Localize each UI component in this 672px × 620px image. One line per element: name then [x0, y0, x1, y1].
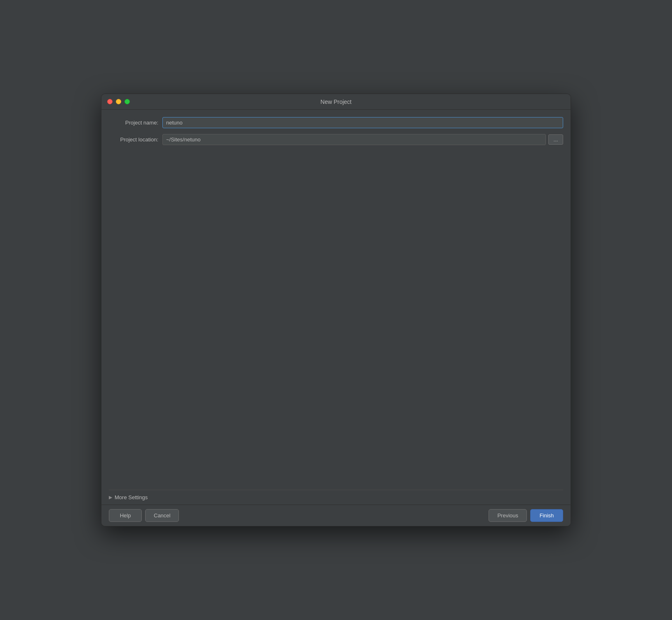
dialog-content: Project name: Project location: ... ▶ Mo…	[101, 110, 571, 505]
project-location-label: Project location:	[109, 136, 162, 143]
footer-right-buttons: Previous Finish	[489, 509, 563, 522]
project-name-input[interactable]	[162, 117, 563, 128]
browse-button[interactable]: ...	[548, 134, 563, 145]
location-input-group: ...	[162, 134, 563, 145]
finish-button[interactable]: Finish	[530, 509, 563, 522]
maximize-button[interactable]	[125, 99, 130, 104]
window-title: New Project	[320, 99, 351, 105]
dialog-footer: Help Cancel Previous Finish	[101, 505, 571, 526]
content-spacer	[109, 151, 563, 490]
title-bar: New Project	[101, 94, 571, 110]
project-name-row: Project name:	[109, 117, 563, 128]
cancel-button[interactable]: Cancel	[145, 509, 179, 522]
previous-button[interactable]: Previous	[489, 509, 527, 522]
more-settings-label: More Settings	[115, 494, 148, 500]
traffic-lights	[107, 99, 130, 104]
more-settings-row[interactable]: ▶ More Settings	[109, 490, 563, 505]
minimize-button[interactable]	[116, 99, 121, 104]
project-location-row: Project location: ...	[109, 134, 563, 145]
more-settings-arrow-icon: ▶	[109, 495, 112, 500]
help-button[interactable]: Help	[109, 509, 142, 522]
project-name-label: Project name:	[109, 120, 162, 126]
footer-left-buttons: Help Cancel	[109, 509, 179, 522]
project-location-input[interactable]	[162, 134, 546, 145]
close-button[interactable]	[107, 99, 113, 104]
new-project-dialog: New Project Project name: Project locati…	[101, 94, 571, 526]
